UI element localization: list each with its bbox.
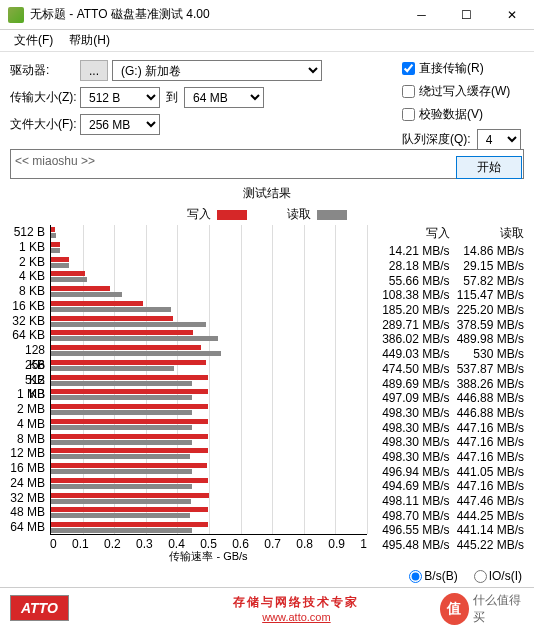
watermark-icon: 值 <box>440 593 469 625</box>
menu-help[interactable]: 帮助(H) <box>61 30 118 51</box>
menu-file[interactable]: 文件(F) <box>6 30 61 51</box>
unit-iops-radio[interactable]: IO/s(I) <box>474 569 522 583</box>
transfer-size-label: 传输大小(Z): <box>10 89 80 106</box>
queue-depth-select[interactable]: 4 <box>477 129 521 150</box>
col-read: 读取 <box>450 225 525 242</box>
table-row: 55.66 MB/s57.82 MB/s <box>375 273 524 288</box>
legend-write: 写入 <box>187 206 247 223</box>
table-row: 498.11 MB/s447.46 MB/s <box>375 494 524 509</box>
results-table: 写入读取 14.21 MB/s14.86 MB/s28.18 MB/s29.15… <box>369 225 524 565</box>
table-row: 108.38 MB/s115.47 MB/s <box>375 288 524 303</box>
legend: 写入 读取 <box>10 204 524 225</box>
table-row: 489.69 MB/s388.26 MB/s <box>375 376 524 391</box>
x-axis-label: 传输速率 - GB/s <box>50 549 367 564</box>
file-size-select[interactable]: 256 MB <box>80 114 160 135</box>
queue-depth-label: 队列深度(Q): <box>402 131 471 148</box>
drive-select[interactable]: (G:) 新加卷 <box>112 60 322 81</box>
table-row: 498.30 MB/s447.16 MB/s <box>375 435 524 450</box>
close-button[interactable]: ✕ <box>489 0 534 30</box>
table-row: 498.30 MB/s447.16 MB/s <box>375 450 524 465</box>
col-write: 写入 <box>375 225 450 242</box>
table-row: 497.09 MB/s446.88 MB/s <box>375 391 524 406</box>
table-row: 386.02 MB/s489.98 MB/s <box>375 332 524 347</box>
bar-chart: 512 B1 KB2 KB4 KB8 KB16 KB32 KB64 KB128 … <box>10 225 369 565</box>
atto-logo: ATTO <box>10 595 69 621</box>
table-row: 498.30 MB/s446.88 MB/s <box>375 406 524 421</box>
menubar: 文件(F) 帮助(H) <box>0 30 534 52</box>
transfer-from-select[interactable]: 512 B <box>80 87 160 108</box>
file-size-label: 文件大小(F): <box>10 116 80 133</box>
table-row: 498.70 MB/s444.25 MB/s <box>375 508 524 523</box>
table-row: 495.48 MB/s445.22 MB/s <box>375 538 524 553</box>
watermark-text: 什么值得买 <box>473 592 526 626</box>
bypass-cache-checkbox[interactable]: 绕过写入缓存(W) <box>402 83 522 100</box>
transfer-to-select[interactable]: 64 MB <box>184 87 264 108</box>
table-row: 498.30 MB/s447.16 MB/s <box>375 420 524 435</box>
unit-bps-radio[interactable]: B/s(B) <box>409 569 457 583</box>
watermark: 值 什么值得买 <box>438 588 528 630</box>
table-row: 289.71 MB/s378.59 MB/s <box>375 317 524 332</box>
direct-io-checkbox[interactable]: 直接传输(R) <box>402 60 522 77</box>
to-label: 到 <box>160 89 184 106</box>
legend-read: 读取 <box>287 206 347 223</box>
results-panel: 测试结果 写入 读取 512 B1 KB2 KB4 KB8 KB16 KB32 … <box>0 183 534 565</box>
table-row: 28.18 MB/s29.15 MB/s <box>375 259 524 274</box>
table-row: 496.55 MB/s441.14 MB/s <box>375 523 524 538</box>
window-title: 无标题 - ATTO 磁盘基准测试 4.00 <box>30 6 399 23</box>
table-row: 185.20 MB/s225.20 MB/s <box>375 303 524 318</box>
browse-button[interactable]: ... <box>80 60 108 81</box>
titlebar: 无标题 - ATTO 磁盘基准测试 4.00 ─ ☐ ✕ <box>0 0 534 30</box>
options-panel: 直接传输(R) 绕过写入缓存(W) 校验数据(V) 队列深度(Q): 4 开始 <box>402 60 522 179</box>
table-row: 449.03 MB/s530 MB/s <box>375 347 524 362</box>
unit-selector: B/s(B) IO/s(I) <box>0 565 534 587</box>
drive-label: 驱动器: <box>10 62 80 79</box>
minimize-button[interactable]: ─ <box>399 0 444 30</box>
table-row: 494.69 MB/s447.16 MB/s <box>375 479 524 494</box>
table-row: 474.50 MB/s537.87 MB/s <box>375 362 524 377</box>
start-button[interactable]: 开始 <box>456 156 522 179</box>
app-icon <box>8 7 24 23</box>
maximize-button[interactable]: ☐ <box>444 0 489 30</box>
results-title: 测试结果 <box>10 183 524 204</box>
table-row: 496.94 MB/s441.05 MB/s <box>375 464 524 479</box>
verify-data-checkbox[interactable]: 校验数据(V) <box>402 106 522 123</box>
table-row: 14.21 MB/s14.86 MB/s <box>375 244 524 259</box>
